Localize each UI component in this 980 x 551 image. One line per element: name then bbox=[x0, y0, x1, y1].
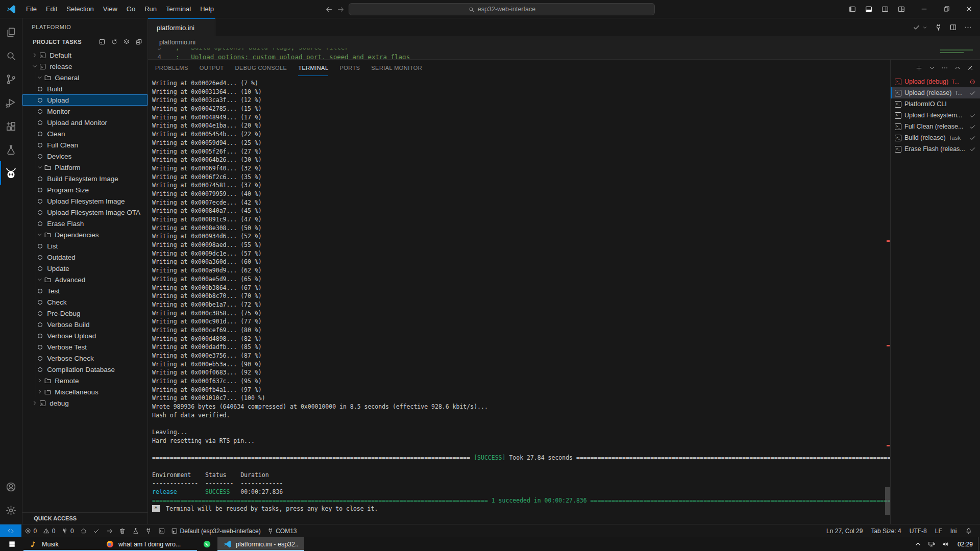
tree-item-upload-filesystem-image-ota[interactable]: Upload Filesystem Image OTA bbox=[22, 207, 148, 218]
chevron-down-icon[interactable] bbox=[922, 25, 927, 30]
forward-arrow-icon[interactable] bbox=[337, 6, 345, 13]
tab-platformio-ini[interactable]: platformio.ini bbox=[148, 18, 215, 36]
restore-button[interactable] bbox=[935, 0, 958, 18]
check-icon[interactable] bbox=[913, 23, 920, 31]
quick-access-section[interactable]: QUICK ACCESS bbox=[22, 512, 148, 524]
menu-edit[interactable]: Edit bbox=[41, 3, 62, 15]
tree-item-compilation-database[interactable]: Compilation Database bbox=[22, 364, 148, 375]
panel-tab-output[interactable]: OUTPUT bbox=[200, 60, 224, 76]
show-desktop-strip[interactable] bbox=[978, 537, 980, 551]
panel-tab-debug-console[interactable]: DEBUG CONSOLE bbox=[235, 60, 287, 76]
plug-icon[interactable] bbox=[935, 23, 942, 31]
menu-file[interactable]: File bbox=[21, 3, 41, 15]
menu-run[interactable]: Run bbox=[140, 3, 161, 15]
board-icon[interactable] bbox=[99, 38, 106, 45]
close-button[interactable] bbox=[958, 0, 980, 18]
terminal-task-build-release-[interactable]: >_Build (release)Task bbox=[891, 132, 980, 143]
layers-icon[interactable] bbox=[123, 38, 130, 45]
status-item-error[interactable]: 0 bbox=[21, 524, 40, 537]
terminal-task-full-clean-release-[interactable]: >_Full Clean (release... bbox=[891, 121, 980, 132]
refresh-icon[interactable] bbox=[111, 38, 118, 45]
status-item-tab-size-4[interactable]: Tab Size: 4 bbox=[867, 524, 905, 537]
tree-item-remote[interactable]: Remote bbox=[22, 375, 148, 386]
status-item-radio-tower[interactable]: 0 bbox=[58, 524, 77, 537]
tree-item-test[interactable]: Test bbox=[22, 285, 148, 296]
status-item-home[interactable] bbox=[77, 524, 90, 537]
layout-panel-icon[interactable] bbox=[865, 5, 873, 13]
status-item-utf-8[interactable]: UTF-8 bbox=[905, 524, 931, 537]
activity-testing-icon[interactable] bbox=[0, 138, 22, 161]
tree-item-check[interactable]: Check bbox=[22, 296, 148, 308]
tree-item-platform[interactable]: Platform bbox=[22, 162, 148, 173]
tree-item-verbose-build[interactable]: Verbose Build bbox=[22, 319, 148, 330]
activity-extensions-icon[interactable] bbox=[0, 114, 22, 138]
tree-item-erase-flash[interactable]: Erase Flash bbox=[22, 218, 148, 229]
status-item-plug[interactable]: COM13 bbox=[264, 524, 300, 537]
tree-item-program-size[interactable]: Program Size bbox=[22, 184, 148, 195]
terminal-output[interactable]: Writing at 0x00026ed4... (7 %)Writing at… bbox=[148, 76, 890, 524]
status-item-ini[interactable]: Ini bbox=[946, 524, 961, 537]
more-icon[interactable] bbox=[941, 64, 948, 71]
close-icon[interactable] bbox=[967, 64, 974, 71]
tree-item-clean[interactable]: Clean bbox=[22, 128, 148, 139]
activity-search-icon[interactable] bbox=[0, 44, 22, 67]
menu-help[interactable]: Help bbox=[195, 3, 218, 15]
tree-item-verbose-check[interactable]: Verbose Check bbox=[22, 353, 148, 364]
tree-item-monitor[interactable]: Monitor bbox=[22, 106, 148, 117]
terminal-task-upload-release-[interactable]: >_Upload (release)T... bbox=[891, 87, 980, 98]
tree-item-upload[interactable]: Upload bbox=[22, 94, 148, 106]
tree-item-dependencies[interactable]: Dependencies bbox=[22, 229, 148, 240]
tree-item-verbose-upload[interactable]: Verbose Upload bbox=[22, 330, 148, 341]
more-icon[interactable] bbox=[964, 23, 972, 31]
layout-secondary-icon[interactable] bbox=[881, 5, 889, 13]
tree-item-devices[interactable]: Devices bbox=[22, 151, 148, 162]
tree-item-debug[interactable]: debug bbox=[22, 397, 148, 409]
project-tasks-section-header[interactable]: PROJECT TASKS bbox=[22, 36, 148, 48]
panel-tab-terminal[interactable]: TERMINAL bbox=[298, 60, 328, 76]
tree-item-update[interactable]: Update bbox=[22, 263, 148, 274]
tree-item-upload-filesystem-image[interactable]: Upload Filesystem Image bbox=[22, 195, 148, 207]
panel-tab-problems[interactable]: PROBLEMS bbox=[155, 60, 188, 76]
collapse-icon[interactable] bbox=[135, 38, 142, 45]
status-item-ln-27-col-29[interactable]: Ln 27, Col 29 bbox=[822, 524, 867, 537]
tree-item-verbose-test[interactable]: Verbose Test bbox=[22, 341, 148, 353]
split-icon[interactable] bbox=[949, 23, 957, 31]
taskbar-app-music[interactable]: Musik bbox=[23, 537, 100, 551]
chevron-up-icon[interactable] bbox=[914, 540, 922, 548]
tree-item-pre-debug[interactable]: Pre-Debug bbox=[22, 308, 148, 319]
status-item-trash[interactable] bbox=[116, 524, 129, 537]
tree-item-build-filesystem-image[interactable]: Build Filesystem Image bbox=[22, 173, 148, 184]
terminal-scrollbar[interactable] bbox=[885, 487, 890, 515]
activity-account-icon[interactable] bbox=[0, 475, 22, 498]
panel-tab-ports[interactable]: PORTS bbox=[339, 60, 360, 76]
terminal-task-upload-debug-[interactable]: >_Upload (debug)T... bbox=[891, 76, 980, 87]
tree-item-default[interactable]: Default bbox=[22, 49, 148, 61]
status-item-lf[interactable]: LF bbox=[931, 524, 946, 537]
taskbar-app-whatsapp[interactable] bbox=[197, 537, 217, 551]
network-icon[interactable] bbox=[928, 540, 936, 548]
terminal-task-upload-filesystem-[interactable]: >_Upload Filesystem... bbox=[891, 110, 980, 121]
tree-item-general[interactable]: General bbox=[22, 72, 148, 83]
status-item-arrow-right[interactable] bbox=[103, 524, 116, 537]
tree-item-miscellaneous[interactable]: Miscellaneous bbox=[22, 386, 148, 397]
menu-go[interactable]: Go bbox=[122, 3, 140, 15]
tree-item-full-clean[interactable]: Full Clean bbox=[22, 139, 148, 151]
tree-item-advanced[interactable]: Advanced bbox=[22, 274, 148, 285]
menu-view[interactable]: View bbox=[99, 3, 122, 15]
chevron-down-icon[interactable] bbox=[928, 64, 936, 71]
chevron-up-icon[interactable] bbox=[954, 64, 961, 71]
taskbar-app-vscode[interactable]: platformio.ini - esp32... bbox=[217, 537, 304, 551]
status-item-testing[interactable] bbox=[129, 524, 142, 537]
terminal-task-platformio-cli[interactable]: >_PlatformIO CLI bbox=[891, 98, 980, 110]
menu-selection[interactable]: Selection bbox=[62, 3, 98, 15]
remote-indicator[interactable] bbox=[0, 524, 21, 537]
minimize-button[interactable] bbox=[913, 0, 935, 18]
menu-terminal[interactable]: Terminal bbox=[161, 3, 195, 15]
layout-sidebar-icon[interactable] bbox=[848, 5, 856, 13]
command-center-search[interactable]: esp32-web-interface bbox=[349, 3, 655, 15]
tree-item-build[interactable]: Build bbox=[22, 83, 148, 94]
tree-item-release[interactable]: release bbox=[22, 61, 148, 72]
taskbar-app-firefox[interactable]: what am I doing wro... bbox=[100, 537, 197, 551]
tree-item-outdated[interactable]: Outdated bbox=[22, 252, 148, 263]
activity-debug-icon[interactable] bbox=[0, 91, 22, 114]
